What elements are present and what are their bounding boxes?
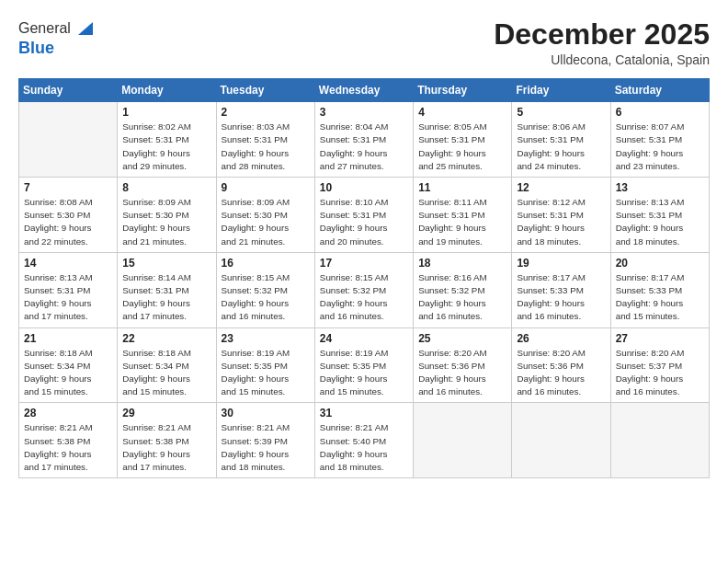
calendar-cell: 21Sunrise: 8:18 AMSunset: 5:34 PMDayligh… [19,327,118,403]
logo-icon [73,18,93,39]
day-number: 21 [24,332,112,345]
calendar-cell: 6Sunrise: 8:07 AMSunset: 5:31 PMDaylight… [610,102,709,178]
calendar-cell: 20Sunrise: 8:17 AMSunset: 5:33 PMDayligh… [610,252,709,327]
calendar-cell: 13Sunrise: 8:13 AMSunset: 5:31 PMDayligh… [610,178,709,253]
day-number: 3 [320,106,408,119]
weekday-header-wednesday: Wednesday [314,79,413,102]
calendar-cell: 15Sunrise: 8:14 AMSunset: 5:31 PMDayligh… [118,252,216,327]
day-info: Sunrise: 8:03 AMSunset: 5:31 PMDaylight:… [222,121,310,173]
day-number: 28 [24,407,112,419]
calendar-week-row: 28Sunrise: 8:21 AMSunset: 5:38 PMDayligh… [19,403,710,478]
day-info: Sunrise: 8:16 AMSunset: 5:32 PMDaylight:… [418,271,506,324]
calendar-cell [610,403,709,478]
day-number: 8 [122,181,210,194]
day-number: 7 [24,181,112,194]
day-info: Sunrise: 8:11 AMSunset: 5:31 PMDaylight:… [418,196,506,248]
day-number: 19 [517,257,605,270]
calendar-table: SundayMondayTuesdayWednesdayThursdayFrid… [18,78,710,478]
calendar-cell: 31Sunrise: 8:21 AMSunset: 5:40 PMDayligh… [314,403,413,478]
calendar-cell: 7Sunrise: 8:08 AMSunset: 5:30 PMDaylight… [19,178,118,253]
calendar-cell: 19Sunrise: 8:17 AMSunset: 5:33 PMDayligh… [512,252,610,327]
weekday-header-friday: Friday [512,79,610,102]
weekday-header-row: SundayMondayTuesdayWednesdayThursdayFrid… [19,79,710,102]
day-info: Sunrise: 8:20 AMSunset: 5:36 PMDaylight:… [517,347,605,399]
calendar-cell: 16Sunrise: 8:15 AMSunset: 5:32 PMDayligh… [216,252,314,327]
weekday-header-sunday: Sunday [19,79,118,102]
day-number: 26 [517,332,605,345]
calendar-cell: 17Sunrise: 8:15 AMSunset: 5:32 PMDayligh… [314,252,413,327]
logo-general-text: General [18,20,71,37]
calendar-cell: 12Sunrise: 8:12 AMSunset: 5:31 PMDayligh… [512,178,610,253]
calendar-week-row: 21Sunrise: 8:18 AMSunset: 5:34 PMDayligh… [19,327,710,403]
calendar-cell: 1Sunrise: 8:02 AMSunset: 5:31 PMDaylight… [118,102,216,178]
day-info: Sunrise: 8:18 AMSunset: 5:34 PMDaylight:… [24,347,112,399]
calendar-cell: 4Sunrise: 8:05 AMSunset: 5:31 PMDaylight… [414,102,512,178]
calendar-week-row: 7Sunrise: 8:08 AMSunset: 5:30 PMDaylight… [19,178,710,253]
day-info: Sunrise: 8:17 AMSunset: 5:33 PMDaylight:… [517,271,605,324]
day-info: Sunrise: 8:20 AMSunset: 5:36 PMDaylight:… [418,347,506,399]
calendar-cell: 8Sunrise: 8:09 AMSunset: 5:30 PMDaylight… [118,178,216,253]
calendar-cell: 24Sunrise: 8:19 AMSunset: 5:35 PMDayligh… [314,327,413,403]
calendar-cell [19,102,118,178]
day-number: 5 [517,106,605,119]
weekday-header-thursday: Thursday [414,79,512,102]
calendar-cell: 30Sunrise: 8:21 AMSunset: 5:39 PMDayligh… [216,403,314,478]
day-number: 2 [222,106,310,119]
day-number: 12 [517,181,605,194]
day-number: 4 [418,106,506,119]
day-info: Sunrise: 8:08 AMSunset: 5:30 PMDaylight:… [24,196,112,248]
calendar-cell: 28Sunrise: 8:21 AMSunset: 5:38 PMDayligh… [19,403,118,478]
day-number: 23 [222,332,310,345]
day-number: 15 [122,257,210,270]
day-info: Sunrise: 8:09 AMSunset: 5:30 PMDaylight:… [122,196,210,248]
day-number: 25 [418,332,506,345]
calendar-cell: 10Sunrise: 8:10 AMSunset: 5:31 PMDayligh… [314,178,413,253]
calendar-week-row: 14Sunrise: 8:13 AMSunset: 5:31 PMDayligh… [19,252,710,327]
calendar-cell: 23Sunrise: 8:19 AMSunset: 5:35 PMDayligh… [216,327,314,403]
day-number: 24 [320,332,408,345]
day-info: Sunrise: 8:21 AMSunset: 5:40 PMDaylight:… [320,421,408,474]
day-info: Sunrise: 8:06 AMSunset: 5:31 PMDaylight:… [517,121,605,173]
calendar-cell: 29Sunrise: 8:21 AMSunset: 5:38 PMDayligh… [118,403,216,478]
calendar-cell: 2Sunrise: 8:03 AMSunset: 5:31 PMDaylight… [216,102,314,178]
day-info: Sunrise: 8:04 AMSunset: 5:31 PMDaylight:… [320,121,408,173]
day-info: Sunrise: 8:19 AMSunset: 5:35 PMDaylight:… [320,347,408,399]
day-info: Sunrise: 8:17 AMSunset: 5:33 PMDaylight:… [616,271,704,324]
day-info: Sunrise: 8:10 AMSunset: 5:31 PMDaylight:… [320,196,408,248]
day-info: Sunrise: 8:21 AMSunset: 5:38 PMDaylight:… [122,421,210,474]
day-number: 13 [616,181,704,194]
svg-marker-0 [78,22,93,35]
calendar-week-row: 1Sunrise: 8:02 AMSunset: 5:31 PMDaylight… [19,102,710,178]
logo-blue-text: Blue [18,39,54,57]
day-number: 16 [222,257,310,270]
calendar-cell: 22Sunrise: 8:18 AMSunset: 5:34 PMDayligh… [118,327,216,403]
day-number: 14 [24,257,112,270]
calendar-cell: 5Sunrise: 8:06 AMSunset: 5:31 PMDaylight… [512,102,610,178]
calendar-cell: 3Sunrise: 8:04 AMSunset: 5:31 PMDaylight… [314,102,413,178]
calendar-cell: 9Sunrise: 8:09 AMSunset: 5:30 PMDaylight… [216,178,314,253]
day-info: Sunrise: 8:18 AMSunset: 5:34 PMDaylight:… [122,347,210,399]
day-info: Sunrise: 8:12 AMSunset: 5:31 PMDaylight:… [517,196,605,248]
day-number: 30 [222,407,310,419]
day-info: Sunrise: 8:07 AMSunset: 5:31 PMDaylight:… [616,121,704,173]
day-number: 11 [418,181,506,194]
weekday-header-tuesday: Tuesday [216,79,314,102]
day-number: 17 [320,257,408,270]
calendar-cell: 11Sunrise: 8:11 AMSunset: 5:31 PMDayligh… [414,178,512,253]
day-info: Sunrise: 8:14 AMSunset: 5:31 PMDaylight:… [122,271,210,324]
day-info: Sunrise: 8:21 AMSunset: 5:38 PMDaylight:… [24,421,112,474]
day-info: Sunrise: 8:05 AMSunset: 5:31 PMDaylight:… [418,121,506,173]
day-number: 10 [320,181,408,194]
calendar-cell: 18Sunrise: 8:16 AMSunset: 5:32 PMDayligh… [414,252,512,327]
day-number: 29 [122,407,210,419]
day-number: 27 [616,332,704,345]
logo: General Blue [18,18,93,58]
calendar-cell [512,403,610,478]
month-title: December 2025 [494,18,710,51]
day-info: Sunrise: 8:02 AMSunset: 5:31 PMDaylight:… [122,121,210,173]
day-number: 6 [616,106,704,119]
location: Ulldecona, Catalonia, Spain [494,52,710,67]
day-info: Sunrise: 8:20 AMSunset: 5:37 PMDaylight:… [616,347,704,399]
day-info: Sunrise: 8:19 AMSunset: 5:35 PMDaylight:… [222,347,310,399]
title-block: December 2025 Ulldecona, Catalonia, Spai… [494,18,710,67]
